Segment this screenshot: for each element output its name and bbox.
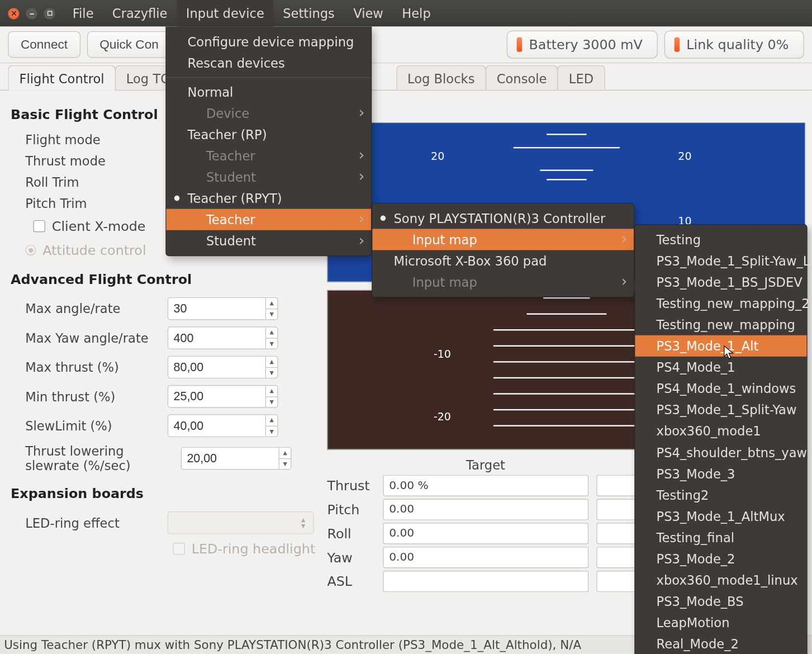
mi-teacher-rpyt[interactable]: Teacher (RPYT)	[167, 188, 372, 209]
menu-crazyflie[interactable]: Crazyflie	[103, 0, 177, 27]
mi-teacher-rp-student: Student	[167, 167, 372, 188]
min-thrust-label: Min thrust (%)	[25, 389, 158, 404]
spinner-buttons[interactable]: ▲▼	[279, 448, 291, 469]
mi-map-ps3-mode-2[interactable]: PS3_Mode_2	[635, 548, 806, 570]
tab-led[interactable]: LED	[558, 65, 605, 90]
mi-sony-controller[interactable]: Sony PLAYSTATION(R)3 Controller	[372, 207, 634, 229]
roll-target[interactable]: 0.00	[383, 523, 588, 544]
slewlimit-label: SlewLimit (%)	[25, 419, 158, 433]
mi-map-ps3-mode-3[interactable]: PS3_Mode_3	[635, 463, 806, 484]
thrust-slewrate-label: Thrust lowering slewrate (%/sec)	[25, 444, 172, 473]
client-xmode-checkbox[interactable]: Client X-mode	[34, 218, 146, 234]
spinner-buttons[interactable]: ▲▼	[265, 386, 277, 407]
mi-input-map-2: Input map	[372, 272, 634, 293]
mi-normal[interactable]: Normal	[167, 81, 372, 102]
toolbar: Connect Quick Con Battery 3000 mV Link q…	[0, 27, 812, 63]
led-effect-label: LED-ring effect	[25, 515, 158, 530]
teacher-submenu: Sony PLAYSTATION(R)3 Controller Input ma…	[372, 203, 634, 297]
connect-button[interactable]: Connect	[8, 31, 80, 58]
mi-map-ps3-mode-bs[interactable]: PS3_Mode_BS	[635, 591, 806, 612]
yaw-target[interactable]: 0.00	[383, 547, 588, 568]
mi-map-ps4-mode-1-windows[interactable]: PS4_Mode_1_windows	[635, 378, 806, 399]
mi-teacher-rpyt-teacher[interactable]: Teacher	[167, 209, 372, 230]
bullet-icon	[174, 196, 180, 201]
mi-map-ps4-mode-1[interactable]: PS4_Mode_1	[635, 357, 806, 378]
mi-map-xbox360-mode1-linux[interactable]: xbox360_mode1_linux	[635, 570, 806, 591]
tab-flight-control[interactable]: Flight Control	[8, 65, 116, 91]
mi-device: Device	[167, 102, 372, 124]
max-yaw-input[interactable]: ▲▼	[168, 326, 278, 349]
link-led-icon	[675, 37, 680, 52]
mi-map-testing-new-mapping[interactable]: Testing_new_mapping	[635, 314, 806, 335]
led-headlight-checkbox: LED-ring headlight	[173, 541, 315, 557]
menu-help[interactable]: Help	[393, 0, 440, 27]
thrust-mode-label: Thrust mode	[25, 154, 158, 168]
slewlimit-input[interactable]: ▲▼	[168, 414, 278, 437]
link-quality-label: Link quality 0%	[686, 36, 789, 53]
mi-map-ps3-mode-1-split-yaw-l[interactable]: PS3_Mode_1_Split-Yaw_L	[635, 250, 806, 271]
tab-log-blocks[interactable]: Log Blocks	[396, 65, 486, 90]
max-angle-label: Max angle/rate	[25, 301, 158, 316]
mi-map-real-mode-2[interactable]: Real_Mode_2	[635, 633, 806, 654]
led-effect-combo[interactable]: ▲▼	[168, 511, 314, 534]
battery-led-icon	[517, 37, 523, 52]
flightdata-heading: ata	[327, 100, 805, 116]
battery-label: Battery 3000 mV	[529, 36, 642, 53]
minimize-button[interactable]	[26, 8, 37, 19]
thrust-slewrate-input[interactable]: ▲▼	[181, 447, 292, 470]
spinner-buttons[interactable]: ▲▼	[265, 298, 277, 319]
mi-map-xbox360-mode1[interactable]: xbox360_mode1	[635, 420, 806, 442]
mi-teacher-rp-teacher: Teacher	[167, 145, 372, 166]
mi-map-testing2[interactable]: Testing2	[635, 484, 806, 505]
mi-map-testing[interactable]: Testing	[635, 229, 806, 250]
expansion-heading: Expansion boards	[11, 486, 319, 502]
mi-map-ps3-mode-1-alt[interactable]: PS3_Mode_1_Alt	[635, 335, 806, 357]
thrust-target[interactable]: 0.00 %	[383, 475, 588, 496]
tab-console[interactable]: Console	[486, 65, 558, 90]
col-target: Target	[379, 458, 592, 472]
pitch-target[interactable]: 0.00	[383, 499, 588, 520]
flight-mode-label: Flight mode	[25, 132, 158, 147]
spinner-buttons[interactable]: ▲▼	[265, 357, 277, 378]
mi-map-ps4-shoulder-btns-yaw[interactable]: PS4_shoulder_btns_yaw	[635, 442, 806, 463]
input-device-menu: Configure device mapping Rescan devices …	[165, 27, 372, 257]
menu-view[interactable]: View	[344, 0, 393, 27]
maximize-button[interactable]	[44, 8, 55, 19]
max-thrust-label: Max thrust (%)	[25, 360, 158, 375]
max-angle-input[interactable]: ▲▼	[168, 297, 278, 320]
pitch-trim-label: Pitch Trim	[25, 196, 158, 211]
mi-map-testing-final[interactable]: Testing_final	[635, 527, 806, 548]
menu-input-device[interactable]: Input device	[177, 0, 273, 27]
max-thrust-input[interactable]: ▲▼	[168, 356, 278, 378]
mi-configure-mapping[interactable]: Configure device mapping	[167, 31, 372, 53]
close-button[interactable]	[8, 8, 19, 19]
mi-map-ps3-mode-1-split-yaw[interactable]: PS3_Mode_1_Split-Yaw	[635, 399, 806, 420]
bullet-icon	[381, 216, 386, 221]
menu-settings[interactable]: Settings	[273, 0, 344, 27]
mi-teacher-rp[interactable]: Teacher (RP)	[167, 124, 372, 145]
max-yaw-label: Max Yaw angle/rate	[25, 330, 158, 345]
menu-file[interactable]: File	[63, 0, 103, 27]
mi-xbox-pad[interactable]: Microsoft X-Box 360 pad	[372, 250, 634, 271]
advanced-heading: Advanced Flight Control	[11, 272, 319, 288]
spinner-buttons[interactable]: ▲▼	[265, 415, 277, 437]
battery-status: Battery 3000 mV	[507, 31, 658, 59]
mi-rescan-devices[interactable]: Rescan devices	[167, 53, 372, 74]
mi-input-map[interactable]: Input map	[372, 229, 634, 250]
input-map-submenu: TestingPS3_Mode_1_Split-Yaw_LPS3_Mode_1_…	[634, 224, 807, 654]
min-thrust-input[interactable]: ▲▼	[168, 385, 278, 407]
link-quality-status: Link quality 0%	[664, 31, 804, 59]
attitude-control-radio: Attitude control	[25, 242, 146, 258]
svg-rect-3	[48, 11, 51, 15]
mi-map-ps3-mode-1-bs-jsdev[interactable]: PS3_Mode_1_BS_JSDEV	[635, 272, 806, 293]
mi-map-leapmotion[interactable]: LeapMotion	[635, 612, 806, 633]
mi-map-ps3-mode-1-altmux[interactable]: PS3_Mode_1_AltMux	[635, 505, 806, 527]
mi-teacher-rpyt-student[interactable]: Student	[167, 230, 372, 252]
menubar: File Crazyflie Input device Settings Vie…	[63, 0, 440, 27]
spinner-buttons[interactable]: ▲▼	[265, 327, 277, 348]
asl-target[interactable]	[383, 571, 588, 592]
titlebar: File Crazyflie Input device Settings Vie…	[0, 0, 812, 27]
roll-trim-label: Roll Trim	[25, 175, 158, 189]
quick-connect-button[interactable]: Quick Con	[87, 31, 172, 58]
mi-map-testing-new-mapping-2[interactable]: Testing_new_mapping_2	[635, 293, 806, 314]
